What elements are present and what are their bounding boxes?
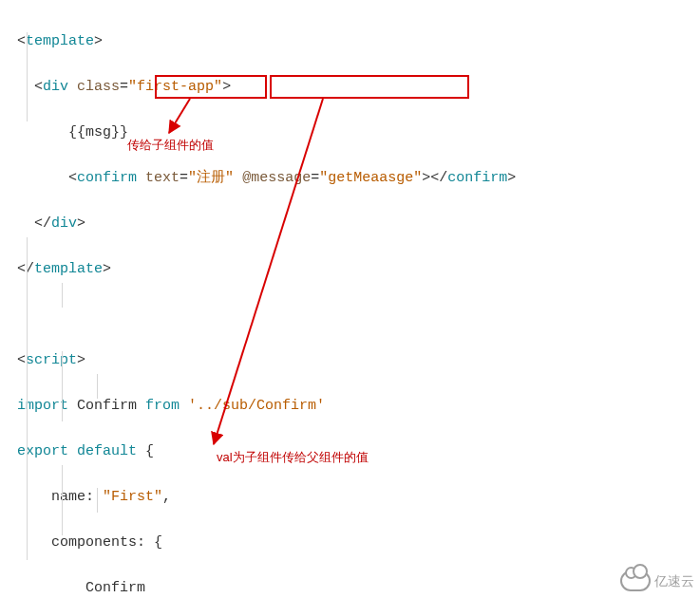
- indent-guide: [97, 488, 98, 513]
- code-line: name: "First",: [17, 486, 700, 509]
- annotation-1: 传给子组件的值: [127, 134, 214, 157]
- watermark: 亿速云: [620, 570, 694, 592]
- code-line: <script>: [17, 349, 700, 372]
- code-line: <confirm text="注册" @message="getMeaasge"…: [17, 167, 700, 190]
- annotation-2: val为子组件传给父组件的值: [217, 446, 369, 469]
- code-line: [17, 304, 700, 327]
- code-line: </template>: [17, 258, 700, 281]
- code-line: Confirm: [17, 577, 700, 598]
- watermark-text: 亿速云: [654, 570, 694, 592]
- code-line: import Confirm from '../sub/Confirm': [17, 395, 700, 418]
- indent-guide: [27, 237, 28, 560]
- code-line: <div class="first-app">: [17, 76, 700, 99]
- code-editor: <template> <div class="first-app"> {{msg…: [0, 0, 700, 598]
- code-line: {{msg}}: [17, 121, 700, 144]
- indent-guide: [97, 374, 98, 399]
- cloud-icon: [620, 570, 651, 591]
- indent-guide: [62, 351, 63, 421]
- code-line: components: {: [17, 532, 700, 554]
- indent-guide: [62, 465, 63, 535]
- code-line: <template>: [17, 30, 700, 53]
- code-line: </div>: [17, 213, 700, 235]
- indent-guide: [62, 283, 63, 308]
- indent-guide: [27, 32, 28, 121]
